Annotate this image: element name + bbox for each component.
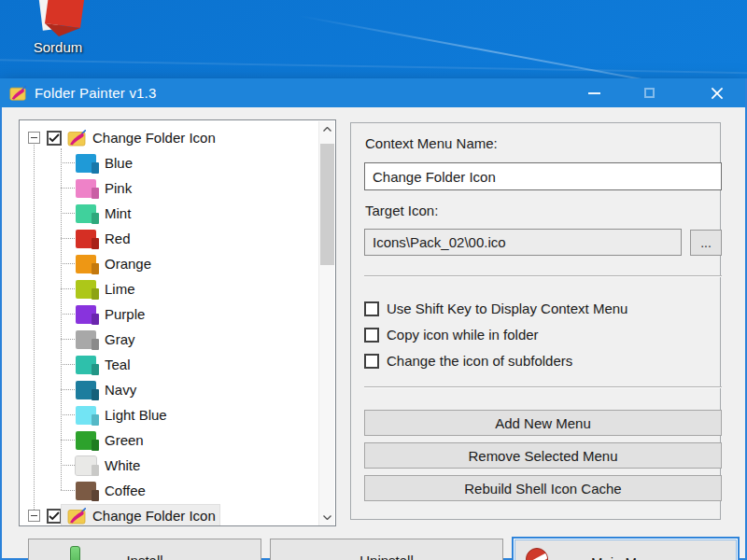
folder-icon: [76, 431, 96, 450]
tree-item-label: Green: [105, 432, 144, 448]
folder-icon: [76, 154, 96, 173]
folder-icon: [76, 381, 96, 399]
tree-item-green[interactable]: Green: [76, 427, 317, 453]
folder-icon: [76, 456, 96, 475]
folder-icon: [76, 482, 96, 500]
install-button-label: Install: [29, 553, 261, 560]
tree-item-navy[interactable]: Navy: [76, 377, 317, 402]
tree-root-change-folder-icon-1[interactable]: Change Folder Icon: [20, 125, 317, 150]
tree-item-label: Lime: [105, 281, 135, 297]
desktop-icon-sordum[interactable]: Sordum: [13, 0, 103, 55]
tree-item-orange[interactable]: Orange: [76, 251, 317, 276]
tree-root-checkbox[interactable]: [47, 131, 62, 146]
tree-item-label: Coffee: [105, 483, 146, 498]
tree-guide-line: [34, 143, 35, 515]
add-new-menu-button[interactable]: Add New Menu: [364, 410, 722, 436]
folder-icon: [76, 230, 96, 248]
checkbox-copy-icon[interactable]: Copy icon while in folder: [364, 327, 539, 343]
wallpaper-light-beam-2: [0, 58, 747, 74]
tree-item-coffee[interactable]: Coffee: [76, 478, 317, 503]
folder-painter-icon: [67, 129, 86, 147]
tree-item-label: Blue: [105, 155, 133, 171]
tree-item-white[interactable]: White: [76, 453, 317, 478]
checkmark-icon: [49, 511, 60, 521]
tree-item-label: Light Blue: [105, 407, 167, 423]
folder-icon: [76, 406, 96, 425]
maximize-icon: [644, 88, 655, 98]
scroll-down-icon[interactable]: [319, 510, 335, 525]
install-button[interactable]: Install: [28, 539, 261, 560]
app-icon: [9, 85, 26, 102]
target-icon-label: Target Icon:: [365, 203, 438, 218]
rebuild-shell-icon-cache-button[interactable]: Rebuild Shell Icon Cache: [364, 475, 722, 501]
checkbox-label: Change the icon of subfolders: [387, 353, 572, 369]
main-menu-button-label: Main Menu: [514, 554, 738, 560]
minimize-button[interactable]: [572, 78, 615, 107]
scroll-up-icon[interactable]: [319, 121, 335, 137]
checkmark-icon: [49, 133, 60, 143]
tree-item-teal[interactable]: Teal: [76, 352, 317, 377]
tree-root-checkbox[interactable]: [47, 509, 62, 524]
separator: [364, 386, 722, 388]
checkbox-box[interactable]: [364, 301, 379, 316]
checkbox-use-shift-key[interactable]: Use Shift Key to Display Context Menu: [364, 301, 627, 316]
main-menu-button[interactable]: Main Menu: [512, 537, 740, 560]
maximize-button[interactable]: [627, 78, 670, 107]
target-icon-value: Icons\Pack_02\00.ico: [373, 234, 506, 250]
tree-root-change-folder-icon-2[interactable]: Change Folder Icon: [20, 503, 317, 526]
tree-item-label: Orange: [105, 256, 151, 272]
tree-item-label: Mint: [105, 205, 131, 221]
folder-icon: [76, 255, 96, 273]
tree-root-label: Change Folder Icon: [92, 508, 216, 524]
tree-item-purple[interactable]: Purple: [76, 301, 317, 327]
tree-item-pink[interactable]: Pink: [76, 175, 317, 201]
folder-icon: [76, 179, 96, 198]
folder-painter-icon: [67, 507, 86, 525]
folder-painter-window: Folder Painter v1.3: [0, 78, 747, 560]
settings-group-box: Context Menu Name: Change Folder Icon Ta…: [350, 122, 721, 520]
separator: [364, 275, 722, 277]
tree-item-lime[interactable]: Lime: [76, 276, 317, 301]
checkbox-box[interactable]: [364, 354, 379, 369]
checkbox-label: Copy icon while in folder: [387, 327, 539, 343]
folder-icon: [76, 330, 96, 349]
close-button[interactable]: [696, 78, 739, 107]
checkbox-change-subfolders[interactable]: Change the icon of subfolders: [364, 353, 572, 369]
tree-item-gray[interactable]: Gray: [76, 327, 317, 352]
uninstall-button-label: Uninstall: [271, 553, 502, 560]
tree-item-mint[interactable]: Mint: [76, 201, 317, 226]
tree-item-label: White: [105, 457, 140, 473]
scrollbar-thumb[interactable]: [320, 144, 334, 265]
context-menu-name-value: Change Folder Icon: [373, 169, 496, 185]
minimize-icon: [588, 92, 600, 94]
tree-item-label: Red: [105, 231, 131, 246]
selected-row-highlight: Change Folder Icon: [62, 505, 219, 527]
context-menu-name-label: Context Menu Name:: [365, 135, 498, 151]
tree-item-label: Teal: [105, 357, 131, 372]
context-menu-name-input[interactable]: Change Folder Icon: [364, 162, 722, 190]
sordum-folder-icon: [27, 0, 89, 37]
checkbox-label: Use Shift Key to Display Context Menu: [387, 301, 627, 316]
desktop-icon-label: Sordum: [13, 39, 103, 55]
tree-item-label: Purple: [105, 306, 145, 322]
menu-tree: Change Folder Icon Blue Pink Mint Red Or…: [20, 120, 317, 525]
folder-icon: [76, 356, 96, 374]
tree-scrollbar[interactable]: [318, 121, 334, 525]
tree-root-label: Change Folder Icon: [92, 130, 216, 146]
folder-icon: [76, 305, 96, 324]
tree-item-light-blue[interactable]: Light Blue: [76, 402, 317, 427]
window-title: Folder Painter v1.3: [35, 85, 157, 101]
tree-item-red[interactable]: Red: [76, 226, 317, 251]
remove-selected-menu-button[interactable]: Remove Selected Menu: [364, 442, 722, 469]
collapse-icon[interactable]: [28, 132, 40, 144]
checkbox-box[interactable]: [364, 328, 379, 343]
browse-button[interactable]: ...: [690, 230, 722, 256]
tree-item-blue[interactable]: Blue: [76, 150, 317, 175]
tree-item-label: Pink: [105, 180, 132, 196]
tree-children: Blue Pink Mint Red Orange Lime Purple Gr…: [20, 150, 317, 503]
uninstall-button[interactable]: Uninstall: [270, 539, 503, 560]
tree-item-label: Gray: [105, 331, 135, 347]
collapse-icon[interactable]: [28, 510, 40, 522]
close-icon: [711, 87, 724, 100]
target-icon-input[interactable]: Icons\Pack_02\00.ico: [364, 229, 682, 256]
